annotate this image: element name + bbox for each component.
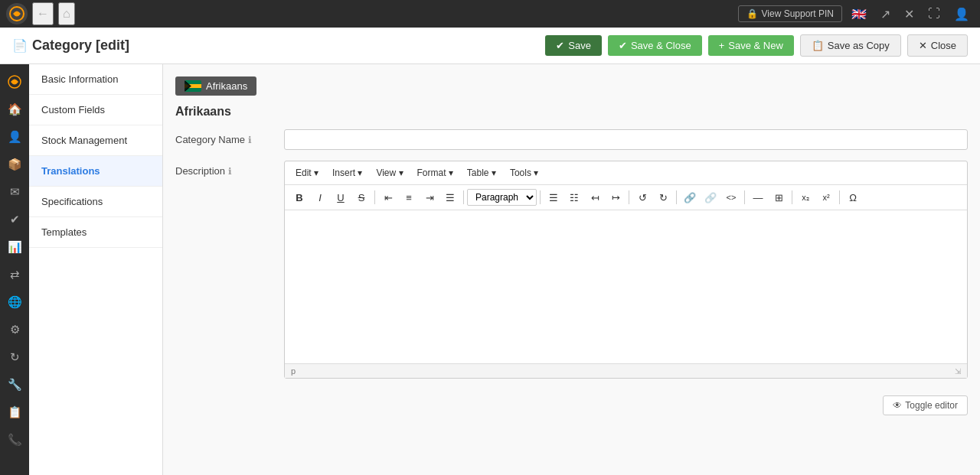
table-button[interactable]: ⊞ [769,188,789,207]
toolbar-sep-3 [540,190,541,204]
outdent-button[interactable]: ↤ [585,188,605,207]
icon-sidebar: 🏠 👤 📦 ✉ ✔ 📊 ⇄ 🌐 ⚙ ↻ 🔧 📋 📞 [0,64,29,475]
sidebar-icon-home[interactable]: 🏠 [2,96,28,122]
indent-button[interactable]: ↦ [606,188,626,207]
editor-body[interactable] [285,210,967,363]
paragraph-select[interactable]: Paragraph Heading 1 Heading 2 [467,189,537,206]
page-icon: 📄 [12,38,28,53]
close-button[interactable]: ✕ Close [907,34,968,57]
unordered-list-button[interactable]: ☰ [544,188,564,207]
redo-button[interactable]: ↻ [653,188,673,207]
description-info-icon: ℹ [228,166,232,177]
home-button[interactable]: ⌂ [58,2,75,25]
copy-icon: 📋 [812,40,824,51]
category-name-info-icon: ℹ [248,135,252,145]
bold-button[interactable]: B [289,188,309,207]
save-copy-button[interactable]: 📋 Save as Copy [800,34,901,57]
code-button[interactable]: <> [721,188,741,207]
editor-path: p [291,366,296,376]
editor-menu-tools[interactable]: Tools ▾ [504,164,544,181]
editor-wrapper: Edit ▾ Insert ▾ View ▾ Format ▾ Table ▾ … [284,161,968,379]
save-icon: ✔ [556,40,564,51]
sidebar-icon-clipboard[interactable]: 📋 [2,399,28,425]
category-name-group: Category Name ℹ [175,129,968,150]
save-close-button[interactable]: ✔ Save & Close [608,35,702,56]
nav-sidebar: Basic Information Custom Fields Stock Ma… [29,64,163,475]
editor-menu-format[interactable]: Format ▾ [411,164,459,181]
sidebar-icon-tool[interactable]: 🔧 [2,372,28,398]
topbar: ← ⌂ 🔒 View Support PIN 🇬🇧 ↗ ✕ ⛶ 👤 [0,0,980,28]
superscript-button[interactable]: x² [816,188,836,207]
resize-handle-icon: ⇲ [955,367,961,376]
language-button[interactable]: Afrikaans [175,76,256,96]
link-button[interactable]: 🔗 [680,188,700,207]
app-logo[interactable] [6,3,28,24]
external-link-icon[interactable]: ↗ [876,4,895,24]
category-name-input[interactable] [284,129,968,150]
sidebar-item-translations[interactable]: Translations [29,156,162,187]
sidebar-item-stock-management[interactable]: Stock Management [29,125,162,156]
special-chars-button[interactable]: Ω [843,188,863,207]
sidebar-icon-logo[interactable] [2,69,28,95]
editor-menubar: Edit ▾ Insert ▾ View ▾ Format ▾ Table ▾ … [285,161,967,185]
support-pin-button[interactable]: 🔒 View Support PIN [738,5,843,22]
save-new-button[interactable]: + Save & New [708,35,794,56]
sidebar-item-templates[interactable]: Templates [29,217,162,248]
sidebar-icon-chart[interactable]: 📊 [2,234,28,260]
back-button[interactable]: ← [32,2,54,25]
description-group: Description ℹ Edit ▾ Insert ▾ View ▾ For… [175,161,968,379]
editor-menu-edit[interactable]: Edit ▾ [289,164,325,181]
strikethrough-button[interactable]: S [351,188,371,207]
unlink-button[interactable]: 🔗 [701,188,720,207]
main-layout: 🏠 👤 📦 ✉ ✔ 📊 ⇄ 🌐 ⚙ ↻ 🔧 📋 📞 Basic Informat… [0,64,980,475]
sidebar-icon-globe[interactable]: 🌐 [2,289,28,315]
section-title: Afrikaans [175,105,968,119]
sidebar-icon-refresh[interactable]: ↻ [2,344,28,370]
editor-menu-view[interactable]: View ▾ [370,164,409,181]
toolbar-sep-5 [676,190,677,204]
toolbar-sep-8 [839,190,840,204]
toolbar-sep-4 [629,190,629,204]
toggle-editor-button[interactable]: 👁 Toggle editor [883,395,968,415]
lock-icon: 🔒 [746,8,758,19]
sidebar-icon-check[interactable]: ✔ [2,207,28,233]
sidebar-item-specifications[interactable]: Specifications [29,187,162,217]
sa-flag-icon [185,80,201,92]
underline-button[interactable]: U [331,188,351,207]
align-center-button[interactable]: ≡ [399,188,419,207]
align-left-button[interactable]: ⇤ [378,188,398,207]
sidebar-icon-package[interactable]: 📦 [2,151,28,177]
save-close-icon: ✔ [619,40,627,51]
content-area: Afrikaans Afrikaans Category Name ℹ Desc… [163,64,980,475]
sidebar-icon-mail[interactable]: ✉ [2,179,28,205]
align-justify-button[interactable]: ☰ [440,188,460,207]
sidebar-item-custom-fields[interactable]: Custom Fields [29,95,162,125]
close-icon: ✕ [919,40,927,51]
toolbar-sep-1 [374,190,375,204]
category-name-label: Category Name ℹ [175,129,275,145]
save-new-icon: + [719,40,725,51]
sidebar-icon-user[interactable]: 👤 [2,124,28,150]
sidebar-icon-transfer[interactable]: ⇄ [2,262,28,288]
italic-button[interactable]: I [310,188,330,207]
maximize-icon[interactable]: ⛶ [923,4,945,24]
description-label: Description ℹ [175,161,275,177]
sidebar-item-basic-information[interactable]: Basic Information [29,64,162,95]
sidebar-icon-settings[interactable]: ⚙ [2,317,28,343]
save-button[interactable]: ✔ Save [545,35,602,56]
page-title: 📄 Category [edit] [12,37,129,54]
sidebar-icon-phone[interactable]: 📞 [2,427,28,453]
app-icon[interactable]: ✕ [900,4,919,24]
flag-uk-icon[interactable]: 🇬🇧 [847,4,871,24]
editor-menu-insert[interactable]: Insert ▾ [326,164,368,181]
hr-button[interactable]: — [748,188,768,207]
headerbar: 📄 Category [edit] ✔ Save ✔ Save & Close … [0,28,980,64]
toolbar-sep-6 [744,190,745,204]
editor-toolbar: B I U S ⇤ ≡ ⇥ ☰ Paragraph Heading 1 Head… [285,185,967,210]
ordered-list-button[interactable]: ☷ [564,188,584,207]
align-right-button[interactable]: ⇥ [420,188,439,207]
undo-button[interactable]: ↺ [632,188,652,207]
subscript-button[interactable]: x₂ [795,188,815,207]
editor-menu-table[interactable]: Table ▾ [461,164,502,181]
user-icon[interactable]: 👤 [949,4,974,24]
